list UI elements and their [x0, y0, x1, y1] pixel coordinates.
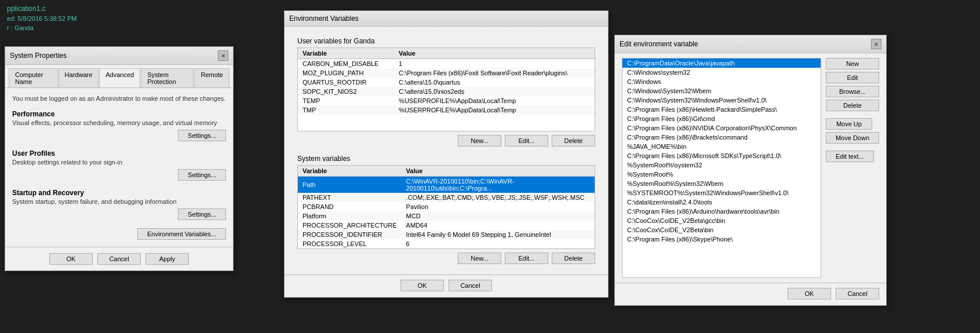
performance-settings-button[interactable]: Settings...: [178, 130, 226, 141]
user-var-name: TEMP: [298, 96, 394, 105]
system-var-row[interactable]: PlatformMCD: [298, 211, 595, 221]
system-table-variable-header: Variable: [298, 166, 402, 177]
system-delete-button[interactable]: Delete: [552, 253, 595, 264]
system-var-value: C:\WinAVR-20100110\bin;C:\WinAVR-2010011…: [402, 177, 595, 193]
system-properties-titlebar: System Properties ✕: [5, 47, 233, 65]
edit-env-list-item[interactable]: %SystemRoot%: [622, 170, 821, 179]
user-profiles-desc: Desktop settings related to your sign-in: [12, 159, 226, 166]
system-properties-apply-button[interactable]: Apply: [145, 253, 189, 265]
environment-variables-dialog: Environment Variables User variables for…: [284, 10, 609, 298]
system-var-value: MCD: [402, 211, 595, 221]
user-var-row[interactable]: TMP%USERPROFILE%\AppData\Local\Temp: [298, 105, 595, 115]
env-vars-title: Environment Variables: [289, 14, 359, 23]
system-var-row[interactable]: PATHEXT.COM;.EXE;.BAT;.CMD;.VBS;.VBE;.JS…: [298, 193, 595, 202]
edit-env-titlebar: Edit environment variable ✕: [615, 35, 886, 53]
tab-hardware[interactable]: Hardware: [59, 68, 99, 87]
user-var-row[interactable]: SOPC_KIT_NIOS2C:\altera\15.0\nios2eds: [298, 87, 595, 96]
edit-env-list-item[interactable]: C:\CooCox\CoIDE_V2Beta\gcc\bin: [622, 216, 821, 225]
system-var-name: PROCESSOR_LEVEL: [298, 239, 402, 248]
user-var-value: %USERPROFILE%\AppData\Local\Temp: [394, 96, 595, 105]
edit-env-list-item[interactable]: C:\Program Files (x86)\NVIDIA Corporatio…: [622, 123, 821, 133]
system-var-name: Path: [298, 177, 402, 193]
edit-env-list-container[interactable]: C:\ProgramData\Oracle\Java\javapathC:\Wi…: [622, 58, 821, 278]
edit-env-list-item[interactable]: %JAVA_HOME%\bin: [622, 142, 821, 151]
editor-user: r : Ganda: [7, 24, 277, 31]
system-edit-button[interactable]: Edit...: [505, 253, 548, 264]
edit-env-list-item[interactable]: C:\Windows\System32\Wbem: [622, 86, 821, 96]
system-new-button[interactable]: New...: [458, 253, 501, 264]
edit-env-list-item[interactable]: %SystemRoot%\System32\Wbem: [622, 179, 821, 188]
performance-desc: Visual effects, processor scheduling, me…: [12, 119, 226, 126]
edit-env-delete-button[interactable]: Delete: [826, 100, 879, 111]
user-var-name: SOPC_KIT_NIOS2: [298, 87, 394, 96]
tab-advanced[interactable]: Advanced: [99, 68, 140, 87]
user-new-button[interactable]: New...: [458, 135, 501, 147]
edit-env-list-item[interactable]: C:\CooCox\CoIDE_V2Beta\bin: [622, 225, 821, 235]
edit-env-list-item[interactable]: C:\Windows\System32\WindowsPowerShell\v1…: [622, 96, 821, 105]
performance-section: Performance Visual effects, processor sc…: [12, 110, 226, 141]
edit-env-close-button[interactable]: ✕: [871, 39, 881, 49]
tab-system-protection[interactable]: System Protection: [141, 68, 194, 87]
edit-env-cancel-button[interactable]: Cancel: [836, 288, 879, 299]
system-var-row[interactable]: PCBRANDPavilion: [298, 202, 595, 211]
edit-env-move-down-button[interactable]: Move Down: [826, 132, 879, 144]
system-properties-cancel-button[interactable]: Cancel: [97, 253, 141, 265]
edit-env-list-item[interactable]: %SystemRoot%\system32: [622, 160, 821, 170]
edit-env-list-item[interactable]: C:\Windows\system32: [622, 68, 821, 77]
edit-env-list-item[interactable]: C:\Program Files (x86)\Arduino\hardware\…: [622, 207, 821, 216]
edit-env-list-item[interactable]: C:\Program Files (x86)\Hewlett-Packard\S…: [622, 105, 821, 114]
system-var-value: .COM;.EXE;.BAT;.CMD;.VBS;.VBE;.JS;.JSE;.…: [402, 193, 595, 202]
edit-env-list-item[interactable]: C:\Program Files (x86)\Brackets\command: [622, 133, 821, 142]
startup-recovery-title: Startup and Recovery: [12, 189, 226, 197]
system-var-row[interactable]: PROCESSOR_LEVEL6: [298, 239, 595, 248]
system-var-row[interactable]: PROCESSOR_IDENTIFIERIntel64 Family 6 Mod…: [298, 230, 595, 239]
user-profiles-settings-button[interactable]: Settings...: [178, 169, 226, 181]
edit-env-body: C:\ProgramData\Oracle\Java\javapathC:\Wi…: [615, 53, 886, 283]
edit-env-list-item[interactable]: C:\Program Files (x86)\Skype\Phone\: [622, 235, 821, 244]
tab-computer-name[interactable]: Computer Name: [9, 68, 58, 87]
edit-env-ok-button[interactable]: OK: [788, 288, 831, 299]
edit-env-edit-text-button[interactable]: Edit text...: [826, 151, 874, 162]
user-variables-table-container[interactable]: Variable Value CARBON_MEM_DISABLE1MOZ_PL…: [297, 47, 595, 131]
edit-env-list-item[interactable]: C:\Windows: [622, 77, 821, 86]
edit-env-list-item[interactable]: %SYSTEMROOT%\System32\WindowsPowerShell\…: [622, 188, 821, 197]
edit-env-edit-button[interactable]: Edit: [826, 72, 879, 83]
user-var-row[interactable]: CARBON_MEM_DISABLE1: [298, 59, 595, 69]
user-edit-button[interactable]: Edit...: [505, 135, 548, 147]
edit-env-move-up-button[interactable]: Move Up: [826, 118, 872, 130]
edit-env-list-item[interactable]: C:\ProgramData\Oracle\Java\javapath: [622, 58, 821, 68]
environment-variables-button[interactable]: Environment Variables...: [137, 228, 226, 240]
system-properties-close-button[interactable]: ✕: [218, 50, 228, 61]
edit-env-list-item[interactable]: C:\data\tizen\install\2.4.0\tools: [622, 197, 821, 207]
user-variables-table: Variable Value CARBON_MEM_DISABLE1MOZ_PL…: [298, 48, 595, 115]
user-var-value: C:\altera\15.0\quartus: [394, 78, 595, 87]
user-var-value: 1: [394, 59, 595, 69]
env-vars-titlebar: Environment Variables: [285, 11, 608, 27]
editor-date: ed: 5/8/2016 5:38:52 PM: [7, 15, 277, 22]
user-var-row[interactable]: TEMP%USERPROFILE%\AppData\Local\Temp: [298, 96, 595, 105]
user-profiles-section: User Profiles Desktop settings related t…: [12, 149, 226, 181]
startup-recovery-settings-button[interactable]: Settings...: [178, 208, 226, 220]
user-var-value: C:\altera\15.0\nios2eds: [394, 87, 595, 96]
startup-recovery-section: Startup and Recovery System startup, sys…: [12, 189, 226, 220]
edit-env-browse-button[interactable]: Browse...: [826, 86, 879, 97]
edit-env-list-item[interactable]: C:\Program Files (x86)\Git\cmd: [622, 114, 821, 123]
system-properties-ok-button[interactable]: OK: [49, 253, 93, 265]
user-var-row[interactable]: QUARTUS_ROOTDIRC:\altera\15.0\quartus: [298, 78, 595, 87]
system-variables-table-container[interactable]: Variable Value PathC:\WinAVR-20100110\bi…: [297, 165, 595, 249]
system-var-row[interactable]: PathC:\WinAVR-20100110\bin;C:\WinAVR-201…: [298, 177, 595, 193]
editor-filename: pplication1.c: [7, 5, 277, 13]
env-vars-ok-button[interactable]: OK: [400, 280, 444, 291]
edit-env-new-button[interactable]: New: [826, 58, 879, 69]
user-var-row[interactable]: MOZ_PLUGIN_PATHC:\Program Files (x86)\Fo…: [298, 68, 595, 78]
system-var-name: PROCESSOR_ARCHITECTURE: [298, 221, 402, 230]
system-var-value: Pavilion: [402, 202, 595, 211]
edit-environment-variable-dialog: Edit environment variable ✕ C:\ProgramDa…: [614, 35, 887, 306]
user-delete-button[interactable]: Delete: [552, 135, 595, 147]
tab-remote[interactable]: Remote: [194, 68, 229, 87]
system-var-row[interactable]: PROCESSOR_ARCHITECTUREAMD64: [298, 221, 595, 230]
env-vars-cancel-button[interactable]: Cancel: [449, 280, 492, 291]
edit-env-title: Edit environment variable: [620, 40, 698, 48]
edit-env-list-item[interactable]: C:\Program Files (x86)\Microsoft SDKs\Ty…: [622, 151, 821, 160]
user-variables-buttons: New... Edit... Delete: [297, 131, 595, 149]
